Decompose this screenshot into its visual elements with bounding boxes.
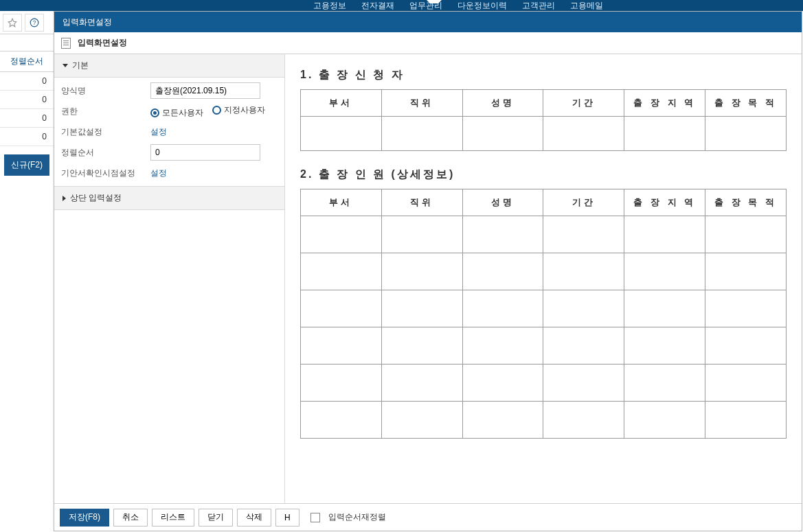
table-row[interactable] (301, 327, 787, 365)
radio-selected-users[interactable]: 지정사용자 (212, 104, 265, 116)
applicant-table: 부서 직위 성명 기간 출 장 지 역 출 장 목 적 (300, 89, 787, 151)
group-basic-header[interactable]: 기본 (54, 54, 284, 78)
reorder-checkbox[interactable] (310, 513, 320, 522)
section2-heading: 2. 출 장 인 원 (상세정보) (300, 167, 787, 182)
radio-icon (150, 108, 159, 117)
reorder-checkbox-label: 입력순서재정렬 (328, 511, 386, 523)
form-name-input[interactable] (150, 82, 260, 99)
col-purpose: 출 장 목 적 (705, 90, 787, 117)
svg-text:?: ? (33, 19, 36, 25)
help-button[interactable]: ? (25, 14, 44, 32)
bg-row: 0 (0, 72, 54, 91)
draft-set-link[interactable]: 설정 (150, 168, 167, 178)
delete-button[interactable]: 삭제 (237, 509, 271, 527)
bg-row: 0 (0, 91, 54, 109)
cancel-button[interactable]: 취소 (113, 509, 148, 527)
background-left-panel: ? 정렬순서 0 0 0 0 신규(F2) (0, 11, 54, 184)
nav-item[interactable]: 고용정보 (309, 0, 350, 11)
col-period: 기간 (543, 90, 624, 117)
col-period: 기간 (543, 189, 624, 216)
form-preview: 1. 출 장 신 청 자 부서 직위 성명 기간 출 장 지 역 출 장 목 적… (285, 54, 802, 503)
property-panel: 기본 양식명 권한 모든사용자 지정사용 (54, 54, 285, 503)
table-row[interactable] (301, 253, 787, 290)
sort-order-input[interactable] (150, 144, 260, 161)
nav-item[interactable]: 다운정보이력 (453, 0, 511, 11)
radio-all-label: 모든사용자 (162, 107, 203, 119)
dialog-subtitle: 입력화면설정 (78, 37, 127, 49)
active-tab-indicator (426, 0, 442, 3)
close-button[interactable]: 닫기 (199, 509, 233, 527)
table-row[interactable] (301, 365, 787, 402)
group-basic-label: 기본 (72, 60, 89, 71)
save-button[interactable]: 저장(F8) (60, 509, 109, 527)
help-icon: ? (30, 18, 39, 27)
new-button[interactable]: 신규(F2) (4, 154, 49, 176)
table-row[interactable] (301, 117, 787, 151)
col-purpose: 출 장 목 적 (705, 189, 787, 216)
dialog-footer: 저장(F8) 취소 리스트 닫기 삭제 H 입력순서재정렬 (54, 503, 802, 531)
radio-all-users[interactable]: 모든사용자 (150, 107, 203, 119)
col-dept: 부서 (301, 189, 382, 216)
permission-label: 권한 (61, 106, 150, 117)
document-icon (61, 38, 71, 49)
chevron-down-icon (63, 64, 68, 67)
radio-sel-label: 지정사용자 (224, 104, 265, 116)
sort-order-label: 정렬순서 (61, 147, 150, 159)
chevron-right-icon (63, 196, 66, 201)
section1-heading: 1. 출 장 신 청 자 (300, 68, 787, 82)
settings-dialog: 입력화면설정 입력화면설정 기본 양식명 권한 (54, 11, 802, 531)
form-name-label: 양식명 (61, 85, 150, 97)
col-dept: 부서 (301, 90, 382, 117)
col-name: 성명 (462, 90, 543, 117)
star-icon (8, 18, 17, 27)
table-row[interactable] (301, 216, 787, 253)
detail-table: 부서 직위 성명 기간 출 장 지 역 출 장 목 적 (300, 189, 787, 439)
default-set-link[interactable]: 설정 (150, 127, 167, 137)
col-area: 출 장 지 역 (624, 189, 705, 216)
bg-row: 0 (0, 128, 54, 146)
col-pos: 직위 (381, 90, 462, 117)
favorite-button[interactable] (3, 14, 22, 32)
table-row[interactable] (301, 402, 787, 439)
list-button[interactable]: 리스트 (152, 509, 194, 527)
nav-item[interactable]: 전자결재 (357, 0, 398, 11)
nav-item[interactable]: 고용메일 (566, 0, 607, 11)
bg-row: 0 (0, 109, 54, 128)
top-nav-bar: 고용정보 전자결재 업무관리 다운정보이력 고객관리 고용메일 (0, 0, 803, 11)
dialog-subtitle-bar: 입력화면설정 (54, 32, 802, 54)
group-top-label: 상단 입력설정 (70, 192, 122, 204)
dialog-title-bar: 입력화면설정 (54, 12, 802, 32)
dialog-title: 입력화면설정 (63, 16, 112, 28)
col-name: 성명 (462, 189, 543, 216)
h-button[interactable]: H (275, 509, 299, 527)
col-area: 출 장 지 역 (624, 90, 705, 117)
bg-sort-header: 정렬순서 (0, 51, 54, 72)
radio-icon (212, 106, 221, 115)
table-row[interactable] (301, 290, 787, 327)
default-set-label: 기본값설정 (61, 126, 150, 138)
nav-item[interactable]: 고객관리 (518, 0, 559, 11)
draft-set-label: 기안서확인시점설정 (61, 167, 150, 179)
col-pos: 직위 (381, 189, 462, 216)
group-top-header[interactable]: 상단 입력설정 (54, 186, 284, 210)
